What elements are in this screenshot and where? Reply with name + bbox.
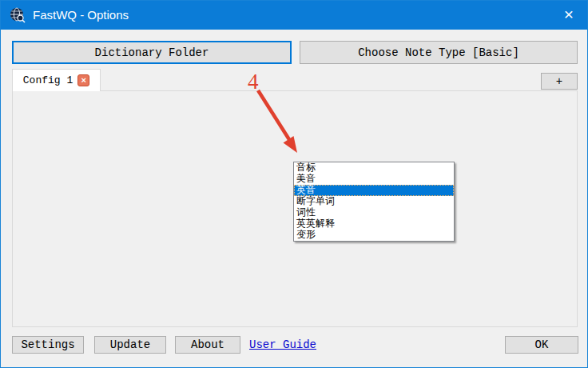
- ok-button[interactable]: OK: [505, 336, 578, 354]
- dropdown-item[interactable]: 变形: [294, 230, 454, 241]
- title-bar: FastWQ - Options ×: [1, 1, 587, 30]
- add-tab-button[interactable]: +: [541, 73, 578, 90]
- tab-config-1-label: Config 1: [23, 74, 73, 86]
- dropdown-item[interactable]: 断字单词: [294, 196, 454, 207]
- dropdown-item[interactable]: 英英解释: [294, 218, 454, 230]
- options-dialog: FastWQ - Options × Dictionary Folder Cho…: [0, 0, 588, 368]
- window-title: FastWQ - Options: [33, 1, 129, 30]
- field-dropdown-list: 音标 美音 英音 断字单词 词性 英英解释 变形: [293, 162, 455, 242]
- tab-close-icon[interactable]: ×: [77, 74, 89, 86]
- user-guide-link[interactable]: User Guide: [249, 336, 316, 354]
- update-button[interactable]: Update: [94, 336, 166, 354]
- about-button[interactable]: About: [175, 336, 240, 354]
- dropdown-item[interactable]: 音标: [294, 162, 454, 174]
- dropdown-item-selected[interactable]: 英音: [294, 185, 454, 196]
- choose-note-type-button[interactable]: Choose Note Type [Basic]: [300, 41, 578, 64]
- dropdown-item[interactable]: 词性: [294, 207, 454, 218]
- settings-button[interactable]: Settings: [12, 336, 84, 354]
- dropdown-item[interactable]: 美音: [294, 174, 454, 185]
- window-close-icon[interactable]: ×: [550, 1, 587, 30]
- tab-config-1[interactable]: Config 1 ×: [12, 69, 101, 91]
- dictionary-folder-button[interactable]: Dictionary Folder: [12, 41, 292, 64]
- app-globe-search-icon: [10, 7, 26, 23]
